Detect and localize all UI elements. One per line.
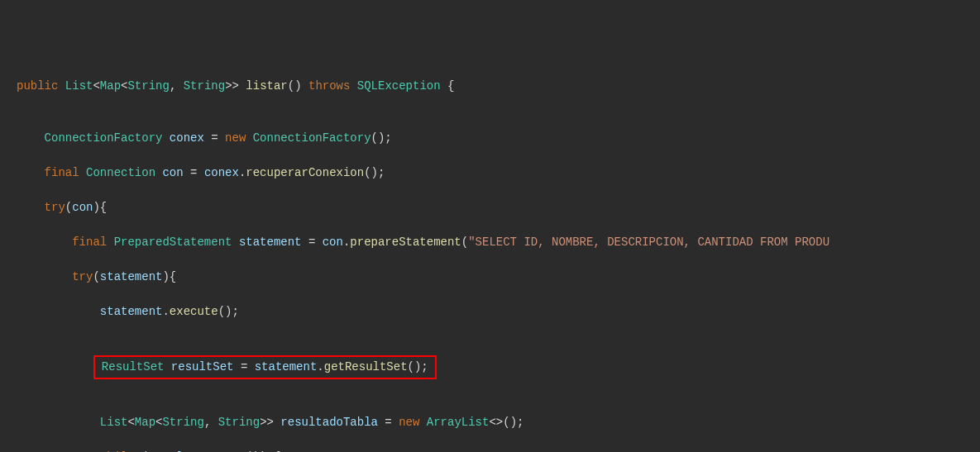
var-con: con <box>72 201 93 214</box>
type-map: Map <box>100 79 121 93</box>
code-line: final PreparedStatement statement = con.… <box>17 234 980 251</box>
var-statement: statement <box>239 236 302 249</box>
code-line: public List<Map<String, String>> listar(… <box>17 78 980 95</box>
code-line: statement.execute(); <box>17 303 980 321</box>
code-line: ConnectionFactory conex = new Connection… <box>17 130 980 147</box>
var-conex: conex <box>170 131 204 145</box>
type-list: List <box>100 416 128 429</box>
string-select-query: "SELECT ID, NOMBRE, DESCRIPCION, CANTIDA… <box>468 236 829 249</box>
var-resultadotabla: resultadoTabla <box>280 416 378 429</box>
code-line: List<Map<String, String>> resultadoTabla… <box>17 414 980 431</box>
var-statement: statement <box>255 360 318 373</box>
keyword-final: final <box>72 236 107 249</box>
type-preparedstatement: PreparedStatement <box>114 236 232 249</box>
type-sqlexception: SQLException <box>357 79 441 93</box>
method-listar: listar <box>246 79 287 93</box>
method-recuperarconexion: recuperarConexion <box>246 166 364 179</box>
code-editor[interactable]: public List<Map<String, String>> listar(… <box>17 78 980 452</box>
type-string: String <box>127 79 169 93</box>
var-resultset: resultSet <box>171 360 234 373</box>
var-statement: statement <box>100 305 163 318</box>
keyword-try: try <box>45 201 65 214</box>
type-string: String <box>218 416 260 429</box>
keyword-final: final <box>45 166 79 179</box>
type-resultset: ResultSet <box>102 360 165 373</box>
keyword-new: new <box>225 131 246 145</box>
method-getresultset: getResultSet <box>324 360 408 373</box>
type-connectionfactory: ConnectionFactory <box>253 131 371 145</box>
var-conex: conex <box>204 166 239 179</box>
code-line: try(statement){ <box>17 269 980 286</box>
var-con: con <box>162 166 183 179</box>
method-execute: execute <box>170 305 218 318</box>
var-statement: statement <box>100 270 163 283</box>
code-line: try(con){ <box>17 199 980 216</box>
type-arraylist: ArrayList <box>427 416 490 429</box>
keyword-throws: throws <box>308 79 350 93</box>
type-map: Map <box>135 416 155 429</box>
code-line: while (resultSet.next()) { <box>17 449 980 452</box>
keyword-public: public <box>17 79 58 93</box>
var-con: con <box>323 236 343 249</box>
type-string: String <box>162 416 203 429</box>
code-line-highlighted: ResultSet resultSet = statement.getResul… <box>17 355 980 379</box>
method-preparestatement: prepareStatement <box>350 236 461 249</box>
keyword-new: new <box>399 416 419 429</box>
type-string: String <box>184 79 225 93</box>
highlight-box: ResultSet resultSet = statement.getResul… <box>93 355 437 379</box>
type-list: List <box>65 79 93 93</box>
code-line: final Connection con = conex.recuperarCo… <box>17 164 980 182</box>
type-connectionfactory: ConnectionFactory <box>45 131 163 145</box>
keyword-try: try <box>72 270 93 283</box>
type-connection: Connection <box>86 166 155 179</box>
